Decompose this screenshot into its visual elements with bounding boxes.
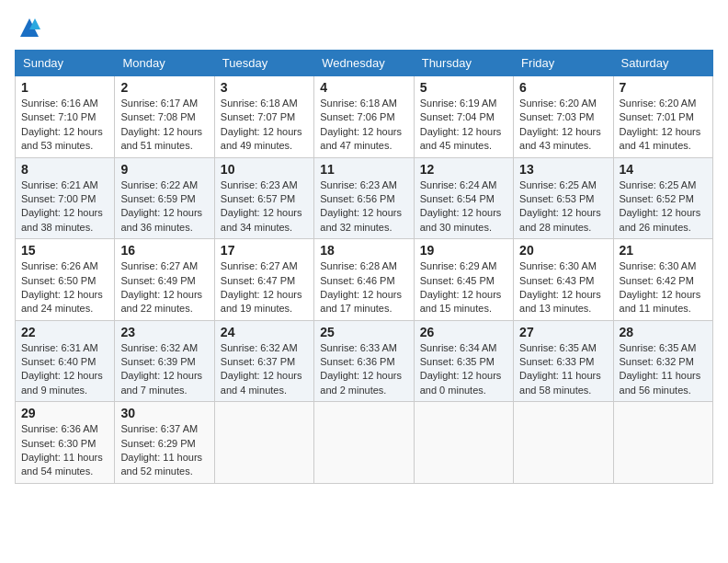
cell-content: Sunrise: 6:23 AMSunset: 6:56 PMDaylight:…: [320, 179, 402, 233]
calendar-cell: 19 Sunrise: 6:29 AMSunset: 6:45 PMDaylig…: [414, 239, 513, 321]
day-number: 24: [221, 325, 308, 339]
calendar-cell: 13 Sunrise: 6:25 AMSunset: 6:53 PMDaylig…: [514, 157, 613, 239]
logo: [15, 15, 42, 40]
day-number: 12: [420, 162, 507, 177]
day-number: 23: [120, 325, 208, 339]
cell-content: Sunrise: 6:35 AMSunset: 6:32 PMDaylight:…: [620, 342, 701, 396]
calendar-table: SundayMondayTuesdayWednesdayThursdayFrid…: [15, 50, 713, 484]
calendar-cell: 24 Sunrise: 6:32 AMSunset: 6:37 PMDaylig…: [214, 320, 313, 402]
cell-content: Sunrise: 6:25 AMSunset: 6:52 PMDaylight:…: [620, 179, 701, 233]
calendar-cell: 5 Sunrise: 6:19 AMSunset: 7:04 PMDayligh…: [414, 76, 513, 158]
calendar-cell: 4 Sunrise: 6:18 AMSunset: 7:06 PMDayligh…: [314, 76, 414, 158]
calendar-cell: 23 Sunrise: 6:32 AMSunset: 6:39 PMDaylig…: [115, 320, 214, 402]
calendar-cell: 10 Sunrise: 6:23 AMSunset: 6:57 PMDaylig…: [214, 157, 313, 239]
calendar-cell: [414, 402, 513, 484]
weekday-header-friday: Friday: [514, 51, 613, 76]
logo-icon: [17, 15, 42, 40]
calendar-header-row: SundayMondayTuesdayWednesdayThursdayFrid…: [16, 51, 713, 76]
day-number: 22: [21, 325, 108, 339]
day-number: 17: [221, 243, 308, 258]
cell-content: Sunrise: 6:21 AMSunset: 7:00 PMDaylight:…: [21, 179, 103, 233]
day-number: 27: [519, 325, 607, 339]
day-number: 16: [120, 243, 208, 258]
weekday-header-saturday: Saturday: [613, 51, 712, 76]
cell-content: Sunrise: 6:17 AMSunset: 7:08 PMDaylight:…: [120, 98, 202, 151]
day-number: 18: [320, 243, 407, 258]
calendar-cell: 16 Sunrise: 6:27 AMSunset: 6:49 PMDaylig…: [115, 239, 214, 321]
calendar-week-row: 1 Sunrise: 6:16 AMSunset: 7:10 PMDayligh…: [16, 76, 713, 158]
cell-content: Sunrise: 6:27 AMSunset: 6:49 PMDaylight:…: [120, 260, 202, 314]
cell-content: Sunrise: 6:30 AMSunset: 6:43 PMDaylight:…: [519, 260, 601, 314]
calendar-cell: [214, 402, 313, 484]
calendar-cell: 22 Sunrise: 6:31 AMSunset: 6:40 PMDaylig…: [16, 320, 115, 402]
day-number: 1: [21, 80, 108, 95]
cell-content: Sunrise: 6:35 AMSunset: 6:33 PMDaylight:…: [519, 342, 601, 396]
calendar-week-row: 22 Sunrise: 6:31 AMSunset: 6:40 PMDaylig…: [16, 320, 713, 402]
cell-content: Sunrise: 6:36 AMSunset: 6:30 PMDaylight:…: [21, 423, 103, 477]
calendar-cell: 18 Sunrise: 6:28 AMSunset: 6:46 PMDaylig…: [314, 239, 414, 321]
cell-content: Sunrise: 6:22 AMSunset: 6:59 PMDaylight:…: [120, 179, 202, 233]
cell-content: Sunrise: 6:20 AMSunset: 7:01 PMDaylight:…: [620, 98, 701, 151]
calendar-cell: 11 Sunrise: 6:23 AMSunset: 6:56 PMDaylig…: [314, 157, 414, 239]
cell-content: Sunrise: 6:28 AMSunset: 6:46 PMDaylight:…: [320, 260, 402, 314]
cell-content: Sunrise: 6:18 AMSunset: 7:06 PMDaylight:…: [320, 98, 402, 151]
day-number: 15: [21, 243, 108, 258]
cell-content: Sunrise: 6:19 AMSunset: 7:04 PMDaylight:…: [420, 98, 502, 151]
weekday-header-sunday: Sunday: [16, 51, 115, 76]
calendar-cell: 27 Sunrise: 6:35 AMSunset: 6:33 PMDaylig…: [514, 320, 613, 402]
cell-content: Sunrise: 6:23 AMSunset: 6:57 PMDaylight:…: [221, 179, 302, 233]
calendar-cell: 28 Sunrise: 6:35 AMSunset: 6:32 PMDaylig…: [613, 320, 712, 402]
calendar-week-row: 8 Sunrise: 6:21 AMSunset: 7:00 PMDayligh…: [16, 157, 713, 239]
day-number: 13: [519, 162, 607, 177]
calendar-cell: 29 Sunrise: 6:36 AMSunset: 6:30 PMDaylig…: [16, 402, 115, 484]
calendar-cell: 9 Sunrise: 6:22 AMSunset: 6:59 PMDayligh…: [115, 157, 214, 239]
page-header: [15, 15, 713, 40]
calendar-cell: 12 Sunrise: 6:24 AMSunset: 6:54 PMDaylig…: [414, 157, 513, 239]
weekday-header-tuesday: Tuesday: [214, 51, 313, 76]
calendar-cell: 20 Sunrise: 6:30 AMSunset: 6:43 PMDaylig…: [514, 239, 613, 321]
cell-content: Sunrise: 6:33 AMSunset: 6:36 PMDaylight:…: [320, 342, 402, 396]
day-number: 19: [420, 243, 507, 258]
cell-content: Sunrise: 6:31 AMSunset: 6:40 PMDaylight:…: [21, 342, 103, 396]
cell-content: Sunrise: 6:32 AMSunset: 6:37 PMDaylight:…: [221, 342, 302, 396]
day-number: 6: [519, 80, 607, 95]
cell-content: Sunrise: 6:25 AMSunset: 6:53 PMDaylight:…: [519, 179, 601, 233]
cell-content: Sunrise: 6:34 AMSunset: 6:35 PMDaylight:…: [420, 342, 502, 396]
day-number: 4: [320, 80, 407, 95]
day-number: 25: [320, 325, 407, 339]
calendar-cell: [514, 402, 613, 484]
calendar-cell: 1 Sunrise: 6:16 AMSunset: 7:10 PMDayligh…: [16, 76, 115, 158]
calendar-cell: 21 Sunrise: 6:30 AMSunset: 6:42 PMDaylig…: [613, 239, 712, 321]
cell-content: Sunrise: 6:29 AMSunset: 6:45 PMDaylight:…: [420, 260, 502, 314]
weekday-header-wednesday: Wednesday: [314, 51, 414, 76]
cell-content: Sunrise: 6:27 AMSunset: 6:47 PMDaylight:…: [221, 260, 302, 314]
day-number: 5: [420, 80, 507, 95]
calendar-cell: 25 Sunrise: 6:33 AMSunset: 6:36 PMDaylig…: [314, 320, 414, 402]
calendar-cell: [314, 402, 414, 484]
cell-content: Sunrise: 6:32 AMSunset: 6:39 PMDaylight:…: [120, 342, 202, 396]
cell-content: Sunrise: 6:18 AMSunset: 7:07 PMDaylight:…: [221, 98, 302, 151]
cell-content: Sunrise: 6:37 AMSunset: 6:29 PMDaylight:…: [120, 423, 202, 477]
day-number: 9: [120, 162, 208, 177]
calendar-week-row: 29 Sunrise: 6:36 AMSunset: 6:30 PMDaylig…: [16, 402, 713, 484]
calendar-cell: 3 Sunrise: 6:18 AMSunset: 7:07 PMDayligh…: [214, 76, 313, 158]
day-number: 29: [21, 406, 108, 420]
calendar-cell: 14 Sunrise: 6:25 AMSunset: 6:52 PMDaylig…: [613, 157, 712, 239]
cell-content: Sunrise: 6:20 AMSunset: 7:03 PMDaylight:…: [519, 98, 601, 151]
weekday-header-monday: Monday: [115, 51, 214, 76]
day-number: 10: [221, 162, 308, 177]
cell-content: Sunrise: 6:26 AMSunset: 6:50 PMDaylight:…: [21, 260, 103, 314]
weekday-header-thursday: Thursday: [414, 51, 513, 76]
calendar-cell: 6 Sunrise: 6:20 AMSunset: 7:03 PMDayligh…: [514, 76, 613, 158]
cell-content: Sunrise: 6:30 AMSunset: 6:42 PMDaylight:…: [620, 260, 701, 314]
calendar-cell: [613, 402, 712, 484]
day-number: 26: [420, 325, 507, 339]
calendar-cell: 8 Sunrise: 6:21 AMSunset: 7:00 PMDayligh…: [16, 157, 115, 239]
calendar-cell: 30 Sunrise: 6:37 AMSunset: 6:29 PMDaylig…: [115, 402, 214, 484]
day-number: 20: [519, 243, 607, 258]
calendar-cell: 7 Sunrise: 6:20 AMSunset: 7:01 PMDayligh…: [613, 76, 712, 158]
day-number: 2: [120, 80, 208, 95]
calendar-week-row: 15 Sunrise: 6:26 AMSunset: 6:50 PMDaylig…: [16, 239, 713, 321]
day-number: 8: [21, 162, 108, 177]
day-number: 14: [620, 162, 707, 177]
